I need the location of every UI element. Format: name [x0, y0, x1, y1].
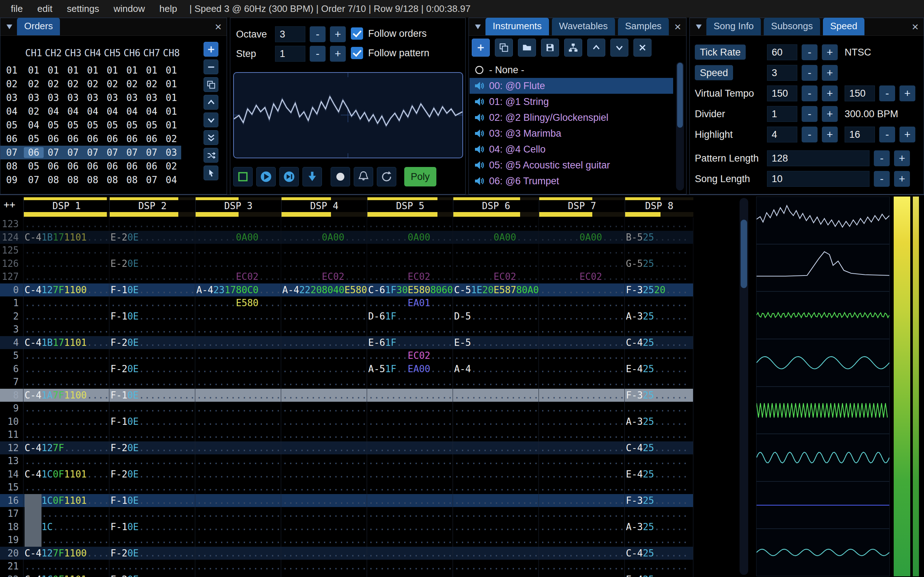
- pattern-row[interactable]: 10...............F-10E..................…: [0, 415, 693, 429]
- duplicate-button[interactable]: [204, 77, 218, 92]
- pattern-cell[interactable]: ...............: [281, 376, 367, 389]
- pattern-cell[interactable]: ...............: [281, 244, 367, 257]
- pattern-cell[interactable]: ...............: [367, 402, 453, 415]
- pattern-cell[interactable]: ...............: [539, 336, 625, 350]
- open-button[interactable]: [518, 39, 536, 56]
- channel-header[interactable]: DSP 1: [23, 197, 109, 218]
- orders-cell[interactable]: 06: [24, 147, 44, 158]
- pattern-cell[interactable]: ...............: [367, 507, 453, 521]
- pattern-cell[interactable]: ...............: [539, 257, 625, 271]
- pattern-cell[interactable]: ...............: [367, 218, 453, 231]
- orders-cell[interactable]: 05: [63, 120, 83, 131]
- pattern-cell[interactable]: C-51E20E58780A0: [453, 284, 539, 297]
- orders-cell[interactable]: 05: [102, 120, 122, 131]
- orders-cell[interactable]: 07: [102, 147, 122, 158]
- pattern-cell[interactable]: ...............: [109, 481, 195, 494]
- pattern-row[interactable]: 17......................................…: [0, 507, 693, 521]
- pattern-cell[interactable]: A-325......: [625, 310, 693, 323]
- close-icon[interactable]: ×: [912, 21, 919, 32]
- pattern-cell[interactable]: .......EC02....: [281, 270, 367, 284]
- pattern-cell[interactable]: ...............: [23, 323, 109, 336]
- pattern-cell[interactable]: ...............: [367, 428, 453, 442]
- close-icon[interactable]: ×: [674, 21, 681, 32]
- pattern-cell[interactable]: ...............: [281, 389, 367, 402]
- orders-cell[interactable]: 06: [83, 134, 103, 144]
- tab-song-info[interactable]: Song Info: [706, 18, 761, 35]
- pattern-row[interactable]: 0C-4127F1100....F-10E..........A-4231780…: [0, 284, 693, 297]
- pattern-cell[interactable]: E-425......: [625, 468, 693, 481]
- orders-cell[interactable]: 06: [122, 161, 142, 172]
- pattern-cell[interactable]: ...............: [23, 310, 109, 323]
- orders-cell[interactable]: 05: [142, 120, 162, 131]
- pattern-cell[interactable]: C-41B171101....: [23, 336, 109, 350]
- pattern-row[interactable]: 6...............F-20E...................…: [0, 363, 693, 376]
- follow-orders-checkbox[interactable]: [351, 27, 363, 40]
- record-button[interactable]: [331, 167, 350, 187]
- window-menu-icon[interactable]: [694, 22, 703, 31]
- orders-cell[interactable]: 08: [102, 174, 122, 185]
- pattern-cell[interactable]: ...............: [281, 560, 367, 573]
- pattern-cell[interactable]: ...............: [539, 494, 625, 508]
- repeat-pattern-button[interactable]: [377, 167, 396, 187]
- pattern-cell[interactable]: ...............: [539, 455, 625, 468]
- pattern-cell[interactable]: ...............: [195, 402, 281, 415]
- orders-cell[interactable]: 08: [44, 174, 63, 185]
- orders-cell[interactable]: 04: [24, 120, 44, 131]
- orders-row[interactable]: 050405050505050501: [0, 118, 181, 132]
- orders-row[interactable]: 060506060606060602: [0, 132, 181, 146]
- pattern-cell[interactable]: ...............: [109, 533, 195, 547]
- pattern-cell[interactable]: ...............: [539, 442, 625, 455]
- tick-rate-button[interactable]: Tick Rate: [695, 45, 746, 60]
- orders-cell[interactable]: 01: [162, 79, 181, 89]
- pattern-cell[interactable]: ...............: [195, 323, 281, 336]
- orders-row[interactable]: 010101010101010101: [0, 63, 181, 77]
- virtual-tempo-numerator-plus-button[interactable]: +: [822, 85, 838, 102]
- pattern-cell[interactable]: ...............: [539, 428, 625, 442]
- pattern-cell[interactable]: ...............: [195, 442, 281, 455]
- pattern-row[interactable]: 18C-41C..........F-10E..................…: [0, 521, 693, 534]
- pattern-cell[interactable]: ...............: [281, 310, 367, 323]
- pattern-cell[interactable]: ...............: [539, 310, 625, 323]
- pattern-cell[interactable]: ...............: [195, 363, 281, 376]
- move-down-button[interactable]: [204, 113, 218, 127]
- pattern-cell[interactable]: ...........: [625, 349, 693, 363]
- pattern-cell[interactable]: ...............: [281, 481, 367, 494]
- pattern-cell[interactable]: ...............: [453, 415, 539, 429]
- pattern-cell[interactable]: ...............: [281, 521, 367, 534]
- pattern-cell[interactable]: ...............: [539, 415, 625, 429]
- window-menu-icon[interactable]: [473, 22, 483, 31]
- pattern-cell[interactable]: ...............: [23, 297, 109, 310]
- instrument-item[interactable]: 03: @3 Marimba: [470, 126, 673, 141]
- highlight-second-input[interactable]: 16: [845, 127, 875, 142]
- pattern-cell[interactable]: ...............: [453, 402, 539, 415]
- channel-header[interactable]: DSP 8: [625, 197, 693, 218]
- pattern-scrollbar[interactable]: [740, 198, 748, 575]
- pattern-cell[interactable]: ...............: [539, 481, 625, 494]
- pattern-row[interactable]: 15......................................…: [0, 481, 693, 494]
- pattern-cell[interactable]: E-20E..........: [109, 231, 195, 244]
- pattern-cell[interactable]: ...............: [539, 560, 625, 573]
- divider-input[interactable]: 1: [767, 106, 797, 122]
- pattern-cell[interactable]: ...............: [367, 442, 453, 455]
- channel-header[interactable]: DSP 3: [195, 197, 281, 218]
- pattern-cell[interactable]: ...............: [453, 349, 539, 363]
- pattern-cell[interactable]: E-20E..........: [109, 257, 195, 271]
- pattern-cell[interactable]: C-425......: [625, 547, 693, 560]
- pattern-cell[interactable]: ...............: [281, 349, 367, 363]
- move-up-button[interactable]: [204, 95, 218, 110]
- pattern-cell[interactable]: ...............: [195, 244, 281, 257]
- pattern-cell[interactable]: ...............: [195, 428, 281, 442]
- divider-minus-button[interactable]: -: [802, 106, 817, 122]
- pattern-cell[interactable]: F-325......: [625, 494, 693, 508]
- close-icon[interactable]: ×: [215, 21, 221, 32]
- tab-samples[interactable]: Samples: [618, 18, 669, 35]
- pattern-cell[interactable]: ...............: [195, 521, 281, 534]
- orders-cell[interactable]: 04: [142, 106, 162, 117]
- pattern-cell[interactable]: ...............: [23, 257, 109, 271]
- pattern-cell[interactable]: ...............: [453, 218, 539, 231]
- add-button[interactable]: [204, 42, 218, 56]
- pattern-cell[interactable]: ...............: [23, 560, 109, 573]
- orders-cell[interactable]: 01: [102, 65, 122, 76]
- orders-cell[interactable]: 01: [162, 120, 181, 131]
- metronome-button[interactable]: [354, 167, 373, 187]
